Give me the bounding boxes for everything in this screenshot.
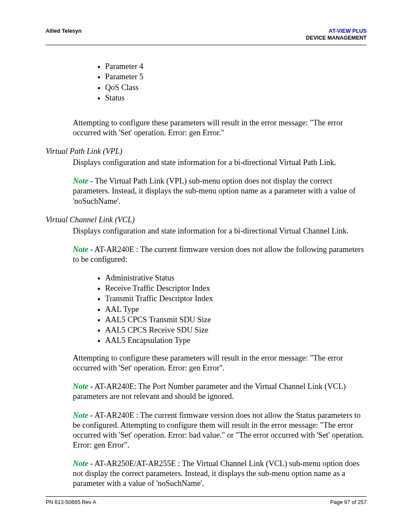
list-item: Administrative Status	[105, 273, 367, 283]
list-item: AAL5 CPCS Transmit SDU Size	[105, 315, 367, 325]
list-item: Status	[105, 93, 367, 103]
list-item: Receive Traffic Descriptor Index	[105, 283, 367, 293]
list-item: Transmit Traffic Descriptor Index	[105, 294, 367, 304]
note-label: Note	[73, 382, 88, 391]
list-item: Parameter 5	[105, 72, 367, 82]
vpl-heading: Virtual Path Link (VPL)	[46, 146, 367, 156]
note-label: Note	[73, 245, 88, 254]
vcl-note-4: Note - AT-AR250E/AT-AR255E : The Virtual…	[73, 459, 367, 488]
list-item: Parameter 4	[105, 62, 367, 72]
header-company: Allied Telesyn	[46, 28, 81, 35]
vcl-note-3: Note - AT-AR240E : The current firmware …	[73, 411, 367, 451]
vcl-desc: Displays configuration and state informa…	[73, 226, 367, 236]
list-item: AAL5 Encapsulation Type	[105, 336, 367, 345]
note-text: - The Virtual Path Link (VPL) sub-menu o…	[73, 177, 356, 205]
note-label: Note	[73, 459, 88, 468]
top-paragraph: Attempting to configure these parameters…	[73, 118, 367, 138]
note-label: Note	[73, 177, 88, 185]
list-item: AAL Type	[105, 305, 367, 314]
vpl-note: Note - The Virtual Path Link (VPL) sub-m…	[73, 176, 367, 206]
list-item: AAL5 CPCS Receive SDU Size	[105, 325, 367, 335]
page-content: Parameter 4 Parameter 5 QoS Class Status…	[46, 62, 367, 488]
note-label: Note	[73, 411, 88, 420]
vcl-heading: Virtual Channel Link (VCL)	[46, 215, 367, 225]
vcl-after-list-para: Attempting to configure these parameters…	[73, 353, 367, 373]
vcl-note-1: Note - AT-AR240E : The current firmware …	[73, 245, 367, 264]
header-right: AT-VIEW PLUS DEVICE MANAGEMENT	[306, 28, 367, 41]
footer-part-number: PN 613-50665 Rev A	[46, 499, 96, 506]
vcl-note-2: Note - AT-AR240E: The Port Number parame…	[73, 382, 367, 401]
list-item: QoS Class	[105, 83, 367, 93]
note-text: - AT-AR240E: The Port Number parameter a…	[73, 382, 346, 401]
note-text: - AT-AR240E : The current firmware versi…	[73, 411, 364, 449]
page-header: Allied Telesyn AT-VIEW PLUS DEVICE MANAG…	[46, 28, 367, 45]
page-footer: PN 613-50665 Rev A Page 97 of 257	[46, 496, 367, 506]
vpl-desc: Displays configuration and state informa…	[73, 158, 367, 168]
product-link[interactable]: AT-VIEW PLUS	[329, 28, 367, 34]
footer-page-number: Page 97 of 257	[330, 499, 367, 506]
note-text: - AT-AR240E : The current firmware versi…	[73, 245, 364, 264]
vcl-bullet-list: Administrative Status Receive Traffic De…	[73, 273, 367, 345]
note-text: - AT-AR250E/AT-AR255E : The Virtual Chan…	[73, 459, 359, 488]
header-section: DEVICE MANAGEMENT	[306, 35, 367, 41]
top-bullet-list: Parameter 4 Parameter 5 QoS Class Status	[73, 62, 367, 103]
